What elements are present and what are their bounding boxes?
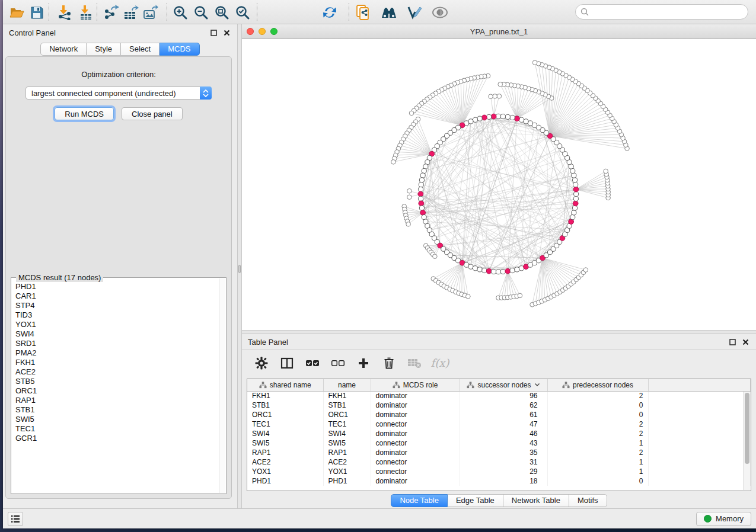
zoom-in-icon[interactable] bbox=[171, 4, 189, 21]
toolbar-separator bbox=[97, 3, 97, 21]
criterion-select[interactable]: largest connected component (undirected) bbox=[25, 86, 212, 100]
table-scrollbar-thumb[interactable] bbox=[745, 393, 749, 464]
deselect-all-checkboxes-icon[interactable] bbox=[330, 355, 346, 371]
mcds-result-item[interactable]: STB5 bbox=[15, 377, 218, 386]
tab-mcds[interactable]: MCDS bbox=[160, 43, 199, 56]
network-graph[interactable] bbox=[242, 39, 756, 330]
table-row[interactable]: ORC1ORC1dominator610 bbox=[247, 410, 751, 419]
mcds-result-list[interactable]: PHD1CAR1STP4TID3YOX1SWI4SRD1PMA2FKH1ACE2… bbox=[12, 278, 218, 493]
mcds-result-item[interactable]: YOX1 bbox=[15, 320, 218, 329]
column-tree-icon bbox=[393, 382, 400, 389]
window-close-icon[interactable] bbox=[247, 28, 254, 35]
refresh-icon[interactable] bbox=[321, 4, 339, 21]
column-header-successor-nodes[interactable]: successor nodes bbox=[460, 379, 547, 391]
float-panel-icon[interactable] bbox=[209, 28, 218, 37]
task-history-button[interactable] bbox=[8, 512, 23, 526]
mcds-result-item[interactable]: ACE2 bbox=[15, 367, 218, 377]
tab-node-table[interactable]: Node Table bbox=[391, 494, 448, 507]
hide-annotations-icon[interactable] bbox=[406, 4, 423, 21]
column-header-filler bbox=[648, 379, 751, 391]
mcds-result-item[interactable]: PHD1 bbox=[15, 282, 218, 291]
mcds-result-item[interactable]: FKH1 bbox=[15, 358, 218, 367]
search-binoculars-icon[interactable] bbox=[380, 4, 398, 21]
export-table-icon[interactable] bbox=[122, 4, 140, 21]
select-all-checkboxes-icon[interactable] bbox=[305, 355, 320, 371]
tab-select[interactable]: Select bbox=[121, 43, 160, 56]
save-session-icon[interactable] bbox=[28, 4, 46, 21]
status-bar: Memory bbox=[3, 508, 756, 528]
column-header-predecessor-nodes[interactable]: predecessor nodes bbox=[547, 379, 648, 391]
table-cell: connector bbox=[371, 467, 460, 476]
mcds-result-item[interactable]: ORC1 bbox=[15, 386, 218, 396]
mcds-result-item[interactable]: SRD1 bbox=[15, 339, 218, 348]
table-scrollbar[interactable] bbox=[743, 392, 750, 490]
zoom-selected-icon[interactable] bbox=[234, 4, 251, 21]
split-table-columns-icon[interactable] bbox=[279, 355, 295, 371]
table-cell: 43 bbox=[460, 438, 547, 448]
column-header-name[interactable]: name bbox=[323, 379, 371, 391]
memory-button[interactable]: Memory bbox=[696, 512, 751, 526]
network-document-icon[interactable] bbox=[354, 4, 372, 21]
table-row[interactable]: FKH1FKH1dominator962 bbox=[247, 391, 751, 400]
mcds-result-item[interactable]: TID3 bbox=[15, 310, 218, 320]
table-row[interactable]: PHD1PHD1dominator180 bbox=[247, 476, 751, 486]
close-panel-button[interactable]: Close panel bbox=[122, 107, 183, 120]
run-mcds-button[interactable]: Run MCDS bbox=[55, 107, 114, 120]
show-details-eye-icon[interactable] bbox=[431, 4, 449, 21]
toolbar-search[interactable] bbox=[575, 4, 748, 20]
mcds-result-item[interactable]: SWI5 bbox=[15, 415, 218, 424]
tab-network-table[interactable]: Network Table bbox=[503, 494, 569, 507]
search-input[interactable] bbox=[589, 8, 748, 17]
table-cell: 62 bbox=[460, 400, 547, 410]
table-cell: STB1 bbox=[323, 400, 371, 410]
table-row[interactable]: TEC1TEC1connector472 bbox=[247, 419, 751, 429]
tab-style[interactable]: Style bbox=[87, 43, 121, 56]
mcds-result-item[interactable]: TEC1 bbox=[15, 424, 218, 434]
table-cell: TEC1 bbox=[323, 419, 371, 429]
table-row[interactable]: STB1STB1dominator620 bbox=[247, 400, 751, 410]
table-row[interactable]: YOX1YOX1connector291 bbox=[247, 467, 751, 476]
table-header-row[interactable]: shared namenameMCDS rolesuccessor nodesp… bbox=[247, 379, 751, 391]
table-cell-filler bbox=[648, 448, 751, 457]
table-settings-gear-icon[interactable] bbox=[254, 355, 269, 371]
splitter-grip[interactable] bbox=[238, 265, 241, 273]
mcds-result-item[interactable]: GCR1 bbox=[15, 434, 218, 443]
add-column-icon[interactable] bbox=[356, 355, 371, 371]
column-header-label: predecessor nodes bbox=[573, 381, 633, 389]
tab-edge-table[interactable]: Edge Table bbox=[448, 494, 503, 507]
zoom-fit-icon[interactable] bbox=[213, 4, 231, 21]
tab-motifs[interactable]: Motifs bbox=[569, 494, 607, 507]
table-row[interactable]: SWI5SWI5connector431 bbox=[247, 438, 751, 448]
network-view[interactable] bbox=[242, 39, 756, 330]
table-cell: PHD1 bbox=[323, 476, 371, 486]
window-minimize-icon[interactable] bbox=[259, 28, 266, 35]
export-image-icon[interactable] bbox=[142, 4, 160, 21]
column-header-shared-name[interactable]: shared name bbox=[247, 379, 323, 391]
mcds-result-item[interactable]: STB1 bbox=[15, 405, 218, 415]
table-row[interactable]: RAP1RAP1dominator352 bbox=[247, 448, 751, 457]
export-network-icon[interactable] bbox=[103, 4, 120, 21]
delete-column-trash-icon[interactable] bbox=[381, 355, 397, 371]
zoom-out-icon[interactable] bbox=[192, 4, 210, 21]
table-body[interactable]: FKH1FKH1dominator962STB1STB1dominator620… bbox=[247, 391, 751, 486]
window-zoom-icon[interactable] bbox=[270, 28, 277, 35]
import-table-icon[interactable] bbox=[77, 4, 95, 21]
float-table-panel-icon[interactable] bbox=[728, 337, 737, 347]
vertical-splitter[interactable] bbox=[237, 24, 242, 508]
tab-network[interactable]: Network bbox=[40, 43, 87, 56]
mcds-result-item[interactable]: STP4 bbox=[15, 301, 218, 310]
mcds-result-item[interactable]: PMA2 bbox=[15, 348, 218, 358]
column-header-MCDS-role[interactable]: MCDS role bbox=[371, 379, 460, 391]
close-table-panel-icon[interactable] bbox=[741, 337, 750, 347]
table-row[interactable]: ACE2ACE2connector311 bbox=[247, 457, 751, 467]
mcds-result-item[interactable]: RAP1 bbox=[15, 396, 218, 405]
import-network-icon[interactable] bbox=[56, 4, 74, 21]
table-cell: 61 bbox=[460, 410, 547, 419]
close-panel-icon[interactable] bbox=[222, 28, 231, 37]
node-table[interactable]: shared namenameMCDS rolesuccessor nodesp… bbox=[247, 379, 751, 491]
open-session-icon[interactable] bbox=[8, 4, 25, 21]
mcds-result-item[interactable]: CAR1 bbox=[15, 291, 218, 301]
mcds-result-item[interactable]: SWI4 bbox=[15, 329, 218, 339]
mcds-list-scrollbar[interactable] bbox=[219, 278, 225, 493]
table-row[interactable]: SWI4SWI4dominator462 bbox=[247, 429, 751, 438]
